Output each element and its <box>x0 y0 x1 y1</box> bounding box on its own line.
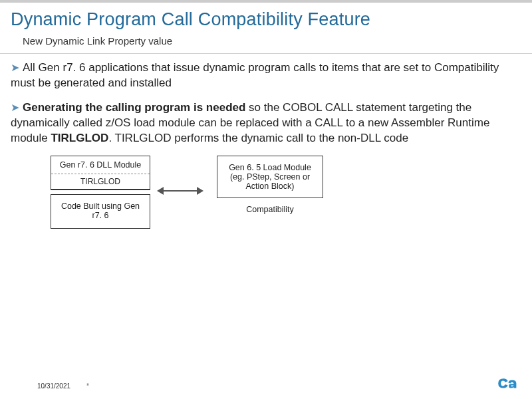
dll-module-title: Gen r7. 6 DLL Module <box>51 156 150 174</box>
load-module-column: Gen 6. 5 Load Module (eg. PStep, Screen … <box>217 156 323 214</box>
bullet-1: ➤All Gen r7. 6 applications that issue d… <box>11 61 521 91</box>
arrow-shaft <box>160 190 200 192</box>
compatibility-label: Compatibility <box>246 205 294 214</box>
code-built-text: Code Built using Gen r7. 6 <box>51 195 150 228</box>
title-divider <box>0 53 532 54</box>
bullet-2: ➤Generating the calling program is neede… <box>11 100 521 146</box>
bullet-2-part-0: Generating the calling program is needed <box>23 101 245 114</box>
diagram-area: Gen r7. 6 DLL Module TIRLGLOD Code Built… <box>51 156 521 242</box>
bullet-2-part-3: . TIRLGLOD performs the dynamic call to … <box>108 132 408 144</box>
slide-subtitle: New Dynamic Link Property value <box>0 33 532 53</box>
bullet-2-part-2: TIRLGLOD <box>51 132 108 144</box>
dll-module-box: Gen r7. 6 DLL Module TIRLGLOD <box>51 156 150 190</box>
ca-logo-icon <box>496 376 517 392</box>
content-area: ➤All Gen r7. 6 applications that issue d… <box>0 61 532 242</box>
bullet-arrow-icon: ➤ <box>11 61 23 76</box>
footer: 10/31/2021 * <box>0 382 532 390</box>
arrow-connector <box>157 156 210 242</box>
footer-date: 10/31/2021 <box>37 382 70 390</box>
footer-mark: * <box>86 382 89 390</box>
load-module-box: Gen 6. 5 Load Module (eg. PStep, Screen … <box>217 156 323 198</box>
bullet-arrow-icon: ➤ <box>11 100 23 116</box>
bullet-1-text: All Gen r7. 6 applications that issue dy… <box>11 61 499 89</box>
slide-title: Dynamic Program Call Compatibility Featu… <box>0 3 532 33</box>
arrow-right-head-icon <box>197 187 203 195</box>
code-built-box: Code Built using Gen r7. 6 <box>51 194 150 229</box>
slide-root: Dynamic Program Call Compatibility Featu… <box>0 0 532 399</box>
runtime-box: TIRLGLOD <box>51 174 150 190</box>
dll-stack: Gen r7. 6 DLL Module TIRLGLOD Code Built… <box>51 156 150 229</box>
